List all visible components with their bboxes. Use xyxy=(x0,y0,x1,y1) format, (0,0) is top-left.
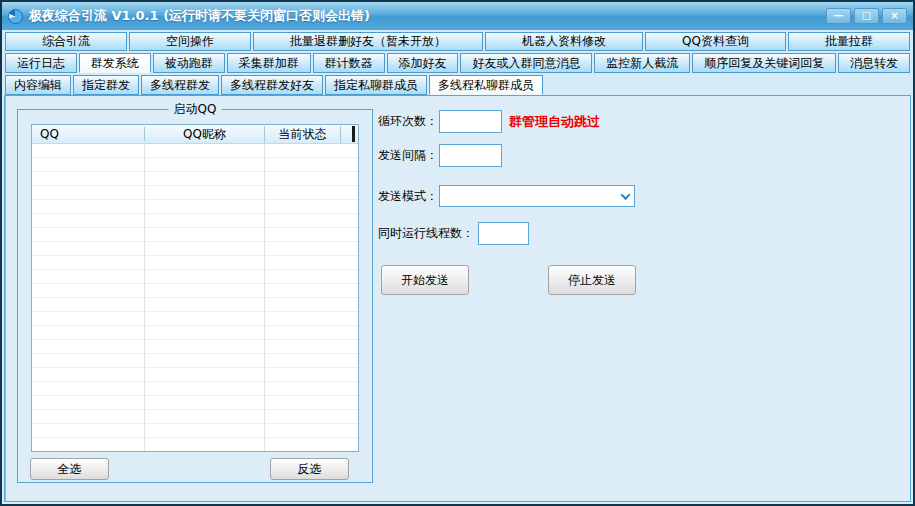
table-row xyxy=(32,424,358,438)
send-mode-label: 发送模式： xyxy=(378,185,438,208)
tab-sec-9[interactable]: 顺序回复及关键词回复 xyxy=(692,53,836,73)
close-button[interactable]: × xyxy=(882,8,907,24)
tab-sec-2-active[interactable]: 群发系统 xyxy=(79,53,151,73)
groupbox-title: 启动QQ xyxy=(169,101,222,118)
table-row xyxy=(32,158,358,172)
tab-sec-8[interactable]: 监控新人截流 xyxy=(594,53,690,73)
tab-row-main: 综合引流 空间操作 批量退群删好友（暂未开放） 机器人资料修改 QQ资料查询 批… xyxy=(2,30,913,51)
tab-sec-1[interactable]: 运行日志 xyxy=(5,53,77,73)
thread-count-input[interactable] xyxy=(478,222,529,245)
table-row xyxy=(32,354,358,368)
launch-qq-groupbox: 启动QQ QQ QQ昵称 当前状态 全选 反选 xyxy=(17,109,373,483)
table-row xyxy=(32,438,358,452)
tab-sec-4[interactable]: 采集群加群 xyxy=(227,53,311,73)
table-row xyxy=(32,326,358,340)
tab-ter-6-active[interactable]: 多线程私聊群成员 xyxy=(429,75,543,95)
tab-main-2[interactable]: 空间操作 xyxy=(129,32,251,51)
titlebar: 极夜综合引流 V1.0.1 (运行时请不要关闭窗口否则会出错) — □ × xyxy=(2,2,913,30)
tab-main-5[interactable]: QQ资料查询 xyxy=(645,32,786,51)
qq-table-body xyxy=(32,144,358,452)
column-header-qq[interactable]: QQ xyxy=(32,127,145,141)
tab-sec-5[interactable]: 群计数器 xyxy=(313,53,385,73)
table-row xyxy=(32,284,358,298)
select-all-button[interactable]: 全选 xyxy=(30,458,109,480)
tab-ter-2[interactable]: 指定群发 xyxy=(73,75,139,95)
tab-ter-1[interactable]: 内容编辑 xyxy=(5,75,71,95)
table-row xyxy=(32,200,358,214)
tab-sec-3[interactable]: 被动跑群 xyxy=(153,53,225,73)
table-row xyxy=(32,298,358,312)
minimize-button[interactable]: — xyxy=(826,8,851,24)
table-row xyxy=(32,256,358,270)
tab-page-inner: 启动QQ QQ QQ昵称 当前状态 全选 反选 循环次数： 群管理自动跳过 发送… xyxy=(5,96,910,501)
loop-count-label: 循环次数： xyxy=(378,110,438,133)
qq-account-table[interactable]: QQ QQ昵称 当前状态 xyxy=(31,124,359,452)
table-row xyxy=(32,368,358,382)
thread-count-label: 同时运行线程数： xyxy=(378,222,474,245)
tab-sec-7[interactable]: 好友或入群同意消息 xyxy=(460,53,592,73)
window-controls: — □ × xyxy=(826,8,907,24)
table-row xyxy=(32,214,358,228)
window-title: 极夜综合引流 V1.0.1 (运行时请不要关闭窗口否则会出错) xyxy=(29,7,370,25)
maximize-button[interactable]: □ xyxy=(854,8,879,24)
table-scrollbar-thumb[interactable] xyxy=(352,126,355,142)
table-row xyxy=(32,410,358,424)
table-row xyxy=(32,228,358,242)
app-logo-icon xyxy=(8,9,23,24)
invert-selection-button[interactable]: 反选 xyxy=(270,458,349,480)
table-row xyxy=(32,270,358,284)
stop-sending-button[interactable]: 停止发送 xyxy=(548,265,636,295)
tab-sec-10[interactable]: 消息转发 xyxy=(838,53,910,73)
table-row xyxy=(32,144,358,158)
start-sending-button[interactable]: 开始发送 xyxy=(381,265,469,295)
send-mode-select[interactable] xyxy=(439,185,635,207)
tab-ter-3[interactable]: 多线程群发 xyxy=(141,75,219,95)
table-row xyxy=(32,312,358,326)
chevron-down-icon[interactable] xyxy=(616,186,634,206)
table-scrollbar[interactable] xyxy=(341,125,358,143)
tab-page: 启动QQ QQ QQ昵称 当前状态 全选 反选 循环次数： 群管理自动跳过 发送… xyxy=(4,95,911,502)
send-interval-input[interactable] xyxy=(439,144,502,167)
table-row xyxy=(32,340,358,354)
tab-main-6[interactable]: 批量拉群 xyxy=(788,32,910,51)
tab-row-secondary: 运行日志 群发系统 被动跑群 采集群加群 群计数器 添加好友 好友或入群同意消息… xyxy=(2,51,913,73)
tab-main-1[interactable]: 综合引流 xyxy=(5,32,127,51)
tab-sec-6[interactable]: 添加好友 xyxy=(387,53,459,73)
tab-ter-4[interactable]: 多线程群发好友 xyxy=(221,75,323,95)
app-window: 极夜综合引流 V1.0.1 (运行时请不要关闭窗口否则会出错) — □ × 综合… xyxy=(0,0,915,506)
table-row xyxy=(32,382,358,396)
table-row xyxy=(32,172,358,186)
send-interval-label: 发送间隔： xyxy=(378,144,438,167)
loop-count-note: 群管理自动跳过 xyxy=(509,110,600,133)
table-row xyxy=(32,186,358,200)
table-header: QQ QQ昵称 当前状态 xyxy=(32,125,358,144)
loop-count-input[interactable] xyxy=(439,110,502,133)
table-row xyxy=(32,242,358,256)
tab-main-3[interactable]: 批量退群删好友（暂未开放） xyxy=(253,32,483,51)
column-header-status[interactable]: 当前状态 xyxy=(265,126,341,143)
tab-main-4[interactable]: 机器人资料修改 xyxy=(485,32,643,51)
column-header-nickname[interactable]: QQ昵称 xyxy=(145,126,265,143)
table-row xyxy=(32,396,358,410)
tab-ter-5[interactable]: 指定私聊群成员 xyxy=(325,75,427,95)
tab-row-tertiary: 内容编辑 指定群发 多线程群发 多线程群发好友 指定私聊群成员 多线程私聊群成员 xyxy=(2,73,913,95)
